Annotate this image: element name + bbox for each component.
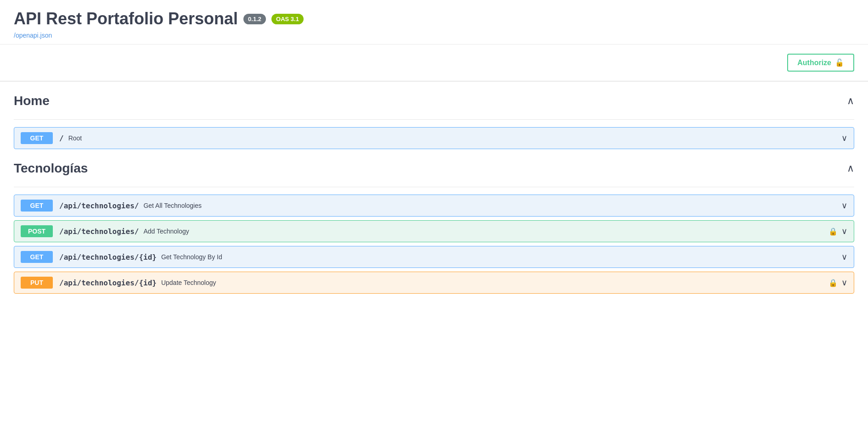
endpoint-right-2: ∨ <box>841 252 847 262</box>
endpoint-row-tecnologias-1[interactable]: POST/api/technologies/Add Technology🔒∨ <box>14 220 854 242</box>
authorize-section: Authorize 🔓 <box>0 45 868 82</box>
method-badge-put: PUT <box>21 277 53 289</box>
endpoint-chevron: ∨ <box>841 252 847 262</box>
method-badge-post: POST <box>21 225 53 237</box>
version-badge: 0.1.2 <box>243 14 266 24</box>
endpoint-path: /api/technologies/ <box>59 227 139 236</box>
method-badge-get: GET <box>21 251 53 263</box>
endpoint-summary: Get Technology By Id <box>161 253 841 261</box>
endpoint-chevron: ∨ <box>841 278 847 288</box>
section-title-home: Home <box>14 94 50 108</box>
endpoint-summary: Root <box>68 134 841 142</box>
section-header-tecnologias[interactable]: Tecnologías∧ <box>14 154 854 183</box>
method-badge-get: GET <box>21 200 53 212</box>
endpoint-summary: Add Technology <box>143 228 829 235</box>
endpoint-path: /api/technologies/ <box>59 201 139 210</box>
endpoint-summary: Get All Technologies <box>143 202 841 209</box>
endpoint-chevron: ∨ <box>841 226 847 236</box>
endpoint-right-1: 🔒∨ <box>829 226 847 236</box>
endpoint-right-3: 🔒∨ <box>829 278 847 288</box>
endpoint-summary: Update Technology <box>161 279 829 286</box>
api-link[interactable]: /openapi.json <box>14 32 52 39</box>
endpoint-right-0: ∨ <box>841 201 847 211</box>
oas-badge: OAS 3.1 <box>271 14 304 24</box>
endpoint-path: /api/technologies/{id} <box>59 279 157 287</box>
lock-icon: 🔒 <box>829 227 838 236</box>
endpoint-row-tecnologias-0[interactable]: GET/api/technologies/Get All Technologie… <box>14 195 854 217</box>
sections-container: Home∧GET/Root∨Tecnologías∧GET/api/techno… <box>0 86 868 294</box>
endpoint-right-0: ∨ <box>841 133 847 143</box>
section-title-tecnologias: Tecnologías <box>14 161 88 176</box>
section-chevron-tecnologias: ∧ <box>847 162 854 174</box>
endpoint-path: /api/technologies/{id} <box>59 253 157 262</box>
lock-icon: 🔒 <box>829 279 838 287</box>
section-header-home[interactable]: Home∧ <box>14 86 854 116</box>
section-chevron-home: ∧ <box>847 95 854 107</box>
section-tecnologias: Tecnologías∧GET/api/technologies/Get All… <box>0 154 868 294</box>
header-section: API Rest Portafolio Personal 0.1.2 OAS 3… <box>0 0 868 45</box>
lock-icon: 🔓 <box>835 58 844 67</box>
authorize-label: Authorize <box>797 59 831 67</box>
endpoint-chevron: ∨ <box>841 201 847 211</box>
method-badge-get: GET <box>21 132 53 144</box>
endpoint-row-tecnologias-2[interactable]: GET/api/technologies/{id}Get Technology … <box>14 246 854 268</box>
authorize-button[interactable]: Authorize 🔓 <box>787 54 854 72</box>
endpoint-row-home-0[interactable]: GET/Root∨ <box>14 127 854 149</box>
title-row: API Rest Portafolio Personal 0.1.2 OAS 3… <box>14 9 854 28</box>
endpoint-row-tecnologias-3[interactable]: PUT/api/technologies/{id}Update Technolo… <box>14 272 854 294</box>
endpoint-path: / <box>59 134 64 143</box>
section-home: Home∧GET/Root∨ <box>0 86 868 149</box>
endpoint-chevron: ∨ <box>841 133 847 143</box>
api-title: API Rest Portafolio Personal <box>14 9 238 28</box>
